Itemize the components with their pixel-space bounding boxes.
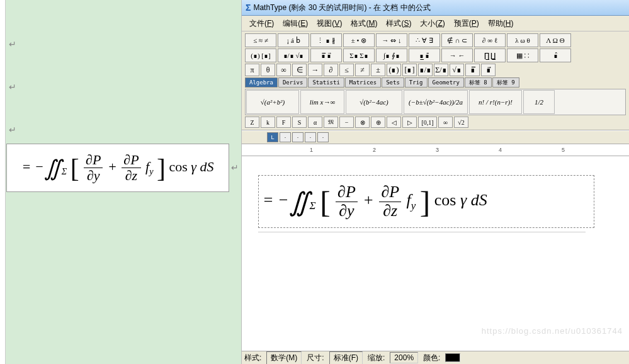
palette-sets[interactable]: ∉ ∩ ⊂ — [441, 33, 473, 47]
mini-infty[interactable]: ∞ — [438, 117, 453, 128]
tab-geometry[interactable]: Geometry — [428, 77, 464, 88]
mini-oplus[interactable]: ⊕ — [371, 117, 385, 128]
tmpl-discriminant[interactable]: √(b²−4ac) — [346, 90, 402, 114]
tab-stop-dot4[interactable]: · — [317, 132, 329, 142]
sym-paren[interactable]: (∎) — [387, 64, 401, 76]
editor-canvas[interactable]: = −∬Σ [ ∂P∂y + ∂P∂z fy ] cos γ dS https:… — [242, 156, 629, 351]
menu-size[interactable]: 大小(Z) — [416, 18, 448, 30]
status-style-value[interactable]: 数学(M) — [266, 351, 302, 365]
sym-bar[interactable]: ∎̅ — [465, 64, 480, 76]
palette-greek-upper[interactable]: Λ Ω Θ — [540, 33, 571, 47]
sym-vec[interactable]: ∎⃗ — [481, 64, 496, 76]
paragraph-mark: ↵ — [9, 125, 16, 135]
sym-in[interactable]: ∈ — [292, 64, 307, 76]
mini-F[interactable]: F — [276, 117, 291, 128]
sym-pm[interactable]: ± — [371, 64, 385, 76]
baseline-guide — [258, 232, 586, 232]
mini-alpha[interactable]: α — [308, 117, 322, 128]
tab-stop-dot1[interactable]: · — [280, 132, 291, 142]
tab-9[interactable]: 标签 9 — [492, 77, 519, 88]
sym-partial[interactable]: ∂ — [324, 64, 338, 76]
palette-sums[interactable]: Σ∎ Σ∎ — [343, 48, 375, 62]
mini-fraktur-M[interactable]: 𝔐 — [324, 117, 338, 128]
palette-integrals[interactable]: ∫∎ ∮∎ — [376, 48, 407, 62]
palette-operators[interactable]: ± • ⊗ — [343, 33, 375, 47]
palette-dots[interactable]: ⋮ ∎ ∦ — [310, 33, 342, 47]
menu-edit[interactable]: 编辑(E) — [279, 18, 312, 30]
mini-minus[interactable]: − — [339, 117, 354, 128]
tmpl-half[interactable]: 1/2 — [523, 90, 555, 114]
status-zoom-label: 缩放: — [368, 353, 385, 363]
palette-underover[interactable]: ∎̲ ∎̄ — [409, 48, 440, 62]
palette-greek-lower[interactable]: λ ω θ — [507, 33, 538, 47]
menu-file[interactable]: 文件(F) — [246, 18, 278, 30]
palette-overbar[interactable]: ∎̅ ∎⃗ — [310, 48, 342, 62]
ruler[interactable]: 1 2 3 4 5 — [242, 144, 629, 156]
sym-sumfrac[interactable]: Σ/∎ — [434, 64, 448, 76]
tmpl-quadratic[interactable]: (−b±√(b²−4ac))/2a — [404, 90, 468, 114]
title-bar[interactable]: Σ MathType (剩余 30 天的试用时间) - 在 文档 中的公式 — [242, 0, 629, 16]
sym-leq[interactable]: ≤ — [339, 64, 354, 76]
sym-neq[interactable]: ≠ — [355, 64, 370, 76]
equation-editing-box[interactable]: = −∬Σ [ ∂P∂y + ∂P∂z fy ] cos γ dS — [258, 175, 594, 228]
mini-interval[interactable]: [0,1] — [418, 117, 437, 128]
status-size-value[interactable]: 标准(F) — [329, 351, 363, 365]
mini-tri-right[interactable]: ▷ — [402, 117, 417, 128]
sym-pi[interactable]: π — [245, 64, 259, 76]
ruler-tick-2: 2 — [373, 147, 376, 153]
tab-sets[interactable]: Sets — [382, 77, 404, 88]
tab-statistics[interactable]: Statisti — [308, 77, 344, 88]
palette-accents[interactable]: ¡ á ḃ — [278, 33, 309, 47]
menu-prefs[interactable]: 预置(P) — [450, 18, 483, 30]
sym-arrow[interactable]: → — [308, 64, 322, 76]
ruler-tick-1: 1 — [310, 147, 313, 153]
mini-tri-left[interactable]: ◁ — [387, 117, 401, 128]
sym-infty[interactable]: ∞ — [276, 64, 291, 76]
mini-S[interactable]: S — [292, 117, 307, 128]
mini-k[interactable]: k — [261, 117, 275, 128]
equation-content: = −∬Σ [ ∂P∂y + ∂P∂z fy ] cos γ dS — [263, 183, 487, 220]
tab-stop-dot3[interactable]: · — [305, 132, 316, 142]
palette-relations[interactable]: ≤ ≈ ≠ — [245, 33, 276, 47]
tab-stop-dot2[interactable]: · — [292, 132, 303, 142]
symbol-bar: π θ ∞ ∈ → ∂ ≤ ≠ ± (∎) [∎] ∎/∎ Σ/∎ √∎ ∎̅ … — [245, 64, 626, 76]
palette-products[interactable]: ∏̲ ∐̲ — [474, 48, 506, 62]
palette-row-1: ≤ ≈ ≠ ¡ á ḃ ⋮ ∎ ∦ ± • ⊗ → ⇔ ↓ ∴ ∀ ∃ ∉ ∩ … — [245, 33, 626, 47]
status-color-swatch[interactable] — [445, 353, 460, 362]
mathtype-window: Σ MathType (剩余 30 天的试用时间) - 在 文档 中的公式 文件… — [242, 0, 629, 364]
palette-matrices[interactable]: ▦ ⸬ — [507, 48, 538, 62]
mini-Z[interactable]: Z — [245, 117, 259, 128]
tab-algebra[interactable]: Algebra — [245, 77, 278, 88]
paragraph-mark: ↵ — [9, 82, 16, 92]
tmpl-limit[interactable]: lim x→∞ — [300, 90, 344, 114]
tab-8[interactable]: 标签 8 — [465, 77, 492, 88]
sym-sqrt[interactable]: √∎ — [450, 64, 464, 76]
menu-help[interactable]: 帮助(H) — [484, 18, 518, 30]
mini-sqrt2[interactable]: √2 — [454, 117, 468, 128]
menu-style[interactable]: 样式(S) — [382, 18, 415, 30]
sym-theta[interactable]: θ — [261, 64, 275, 76]
palette-logic[interactable]: ∴ ∀ ∃ — [409, 33, 440, 47]
palette-misc[interactable]: ∂ ∞ ℓ — [474, 33, 506, 47]
palette-labeled-arrows[interactable]: → ← — [441, 48, 473, 62]
ruler-tick-5: 5 — [562, 147, 565, 153]
sym-bracket[interactable]: [∎] — [402, 64, 417, 76]
palette-fences[interactable]: (∎) [∎] — [245, 48, 276, 62]
toolbar-area: ≤ ≈ ≠ ¡ á ḃ ⋮ ∎ ∦ ± • ⊗ → ⇔ ↓ ∴ ∀ ∃ ∉ ∩ … — [242, 31, 629, 130]
mini-otimes[interactable]: ⊗ — [355, 117, 370, 128]
tab-derivs[interactable]: Derivs — [278, 77, 308, 88]
embedded-equation-object[interactable]: = −∬Σ [ ∂P∂y + ∂P∂z fy ] cos γ dS — [6, 144, 229, 192]
palette-hats[interactable]: ∎̂ — [540, 48, 571, 62]
tab-stop-left[interactable]: L — [267, 132, 278, 142]
sym-frac[interactable]: ∎/∎ — [418, 64, 433, 76]
menu-view[interactable]: 视图(V) — [313, 18, 346, 30]
paragraph-mark: ↵ — [9, 39, 16, 49]
menu-format[interactable]: 格式(M) — [347, 18, 381, 30]
status-zoom-value[interactable]: 200% — [390, 352, 418, 363]
tab-trig[interactable]: Trig — [405, 77, 428, 88]
tab-matrices[interactable]: Matrices — [345, 77, 381, 88]
tmpl-combination[interactable]: n! / r!(n−r)! — [469, 90, 522, 114]
palette-arrows[interactable]: → ⇔ ↓ — [376, 33, 407, 47]
palette-fracroot[interactable]: ∎/∎ √∎ — [278, 48, 309, 62]
tmpl-pythag[interactable]: √(a²+b²) — [246, 90, 299, 114]
